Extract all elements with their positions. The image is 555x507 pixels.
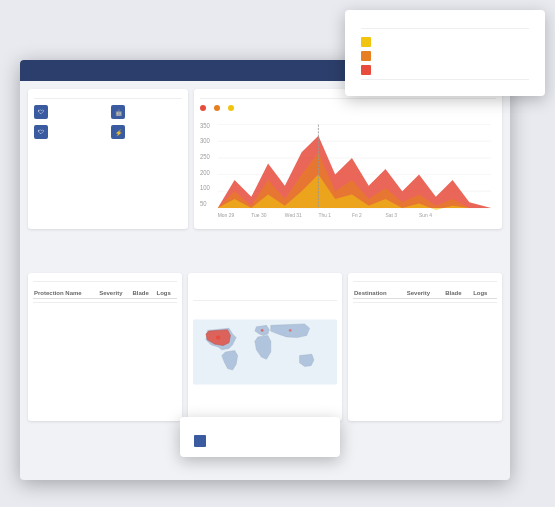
svg-point-25: [261, 329, 264, 332]
dest-col-severity: Severity: [406, 288, 445, 299]
top-dest-title: [353, 278, 497, 282]
timeline-panel: 350 300 250 200 100 50 Mon 29 Tue 30: [194, 89, 502, 229]
attack-types-grid: 🛡 🤖 🛡: [34, 105, 182, 139]
world-map-svg: [193, 307, 337, 397]
attacks-table: Protection Name Severity Blade Logs: [33, 288, 177, 299]
dest-col-logs: Logs: [472, 288, 497, 299]
top-section: 🛡 🤖 🛡: [28, 89, 502, 229]
dest-footer: [353, 302, 497, 311]
antibot-icon: 🤖: [111, 105, 125, 119]
svg-text:100: 100: [200, 184, 210, 191]
svg-text:Sat 3: Sat 3: [385, 211, 397, 217]
svg-text:300: 300: [200, 137, 210, 144]
high-dot: [361, 51, 371, 61]
legend-high: [214, 105, 222, 111]
medium-dot: [361, 37, 371, 47]
top-dest-panel: Destination Severity Blade Logs: [348, 273, 502, 421]
tooltip-row-high: [361, 51, 529, 61]
legend-medium: [228, 105, 236, 111]
us-logs-icon: [194, 435, 206, 447]
attacks-title: [34, 95, 182, 99]
svg-point-26: [289, 329, 292, 332]
svg-text:Mon 29: Mon 29: [218, 211, 235, 217]
tooltip-date: [361, 22, 529, 29]
svg-text:50: 50: [200, 199, 207, 206]
threat-icon: ⚡: [111, 125, 125, 139]
timeline-chart-svg: 350 300 250 200 100 50 Mon 29 Tue 30: [200, 119, 496, 219]
tooltip-total-row: [361, 79, 529, 84]
col-logs: Logs: [156, 288, 177, 299]
dest-col-name: Destination: [353, 288, 406, 299]
svg-text:Tue 30: Tue 30: [251, 211, 266, 217]
bottom-section: Protection Name Severity Blade Logs: [28, 273, 502, 421]
attack-item-antibot: 🤖: [111, 105, 182, 119]
svg-text:200: 200: [200, 168, 210, 175]
activity-tooltip: [345, 10, 545, 96]
timeline-legend: [200, 105, 496, 111]
legend-critical-dot: [200, 105, 206, 111]
dashboard-body: 🛡 🤖 🛡: [20, 81, 510, 473]
attacks-panel: 🛡 🤖 🛡: [28, 89, 188, 229]
svg-text:Wed 31: Wed 31: [285, 211, 302, 217]
critical-dot: [361, 65, 371, 75]
top-attacks-title: [33, 278, 177, 282]
dest-col-blade: Blade: [444, 288, 472, 299]
attacks-footer: [33, 302, 177, 311]
attack-item-threat: ⚡: [111, 125, 182, 139]
world-map-panel: [188, 273, 342, 421]
svg-text:Sun 4: Sun 4: [419, 211, 432, 217]
svg-text:250: 250: [200, 153, 210, 160]
col-blade: Blade: [131, 288, 155, 299]
col-protection: Protection Name: [33, 288, 98, 299]
dest-table: Destination Severity Blade Logs: [353, 288, 497, 299]
us-row: [194, 435, 326, 447]
col-severity: Severity: [98, 288, 131, 299]
us-tooltip: [180, 417, 340, 457]
map-title: [193, 297, 337, 301]
ips-icon: 🛡: [34, 105, 48, 119]
tooltip-row-critical: [361, 65, 529, 75]
antivirus-icon: 🛡: [34, 125, 48, 139]
svg-point-24: [216, 335, 220, 339]
svg-text:Thu 1: Thu 1: [318, 211, 331, 217]
tooltip-row-medium: [361, 37, 529, 47]
legend-medium-dot: [228, 105, 234, 111]
svg-text:Fri 2: Fri 2: [352, 211, 362, 217]
legend-high-dot: [214, 105, 220, 111]
attack-item-ips: 🛡: [34, 105, 105, 119]
top-attacks-panel: Protection Name Severity Blade Logs: [28, 273, 182, 421]
legend-critical: [200, 105, 208, 111]
attack-item-antivirus: 🛡: [34, 125, 105, 139]
svg-text:350: 350: [200, 122, 210, 129]
